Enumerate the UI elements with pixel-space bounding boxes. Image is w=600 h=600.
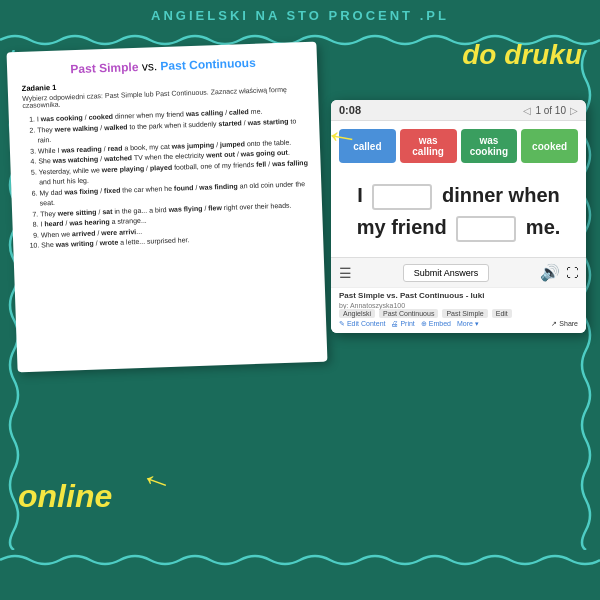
footer-tags: Angielski Past Continuous Past Simple Ed… bbox=[339, 309, 578, 318]
card-footer: Past Simple vs. Past Continuous - luki b… bbox=[331, 287, 586, 333]
tag-edit[interactable]: Edit bbox=[492, 309, 512, 318]
past-continuous-label: Past Continuous bbox=[160, 56, 256, 73]
volume-icon[interactable]: 🔊 bbox=[540, 263, 560, 282]
worksheet-title: Past Simple vs. Past Continuous bbox=[21, 54, 305, 78]
card-bottom-bar: ☰ Submit Answers 🔊 ⛶ bbox=[331, 257, 586, 287]
submit-button[interactable]: Submit Answers bbox=[403, 264, 490, 282]
online-arrow: → bbox=[134, 456, 179, 504]
exercise-dinner-when: dinner when bbox=[442, 184, 560, 206]
worksheet-paper: Past Simple vs. Past Continuous Zadanie … bbox=[7, 42, 328, 373]
squiggle-bottom-decoration bbox=[0, 550, 600, 570]
blank-box-2[interactable] bbox=[456, 216, 516, 242]
interactive-card: 0:08 ◁ 1 of 10 ▷ called was calling was … bbox=[331, 100, 586, 333]
do-druku-label: do druku bbox=[462, 40, 582, 71]
footer-by: by: Annatoszyska100 bbox=[339, 302, 578, 309]
online-label: online bbox=[18, 478, 112, 515]
card-icons-right: 🔊 ⛶ bbox=[540, 263, 578, 282]
hamburger-icon[interactable]: ☰ bbox=[339, 265, 352, 281]
prev-arrow[interactable]: ◁ bbox=[523, 105, 531, 116]
exercise-text: I dinner when my friend me. bbox=[343, 179, 574, 243]
tag-past-continuous[interactable]: Past Continuous bbox=[379, 309, 438, 318]
sentence-list: I was cooking / cooked dinner when my fr… bbox=[23, 105, 312, 251]
card-top-bar: 0:08 ◁ 1 of 10 ▷ bbox=[331, 100, 586, 121]
word-button-was-calling[interactable]: was calling bbox=[400, 129, 457, 163]
do-druku-arrow: ← bbox=[321, 112, 364, 160]
card-navigation: ◁ 1 of 10 ▷ bbox=[523, 105, 578, 116]
print-link[interactable]: 🖨 Print bbox=[391, 320, 414, 328]
edit-content-link[interactable]: ✎ Edit Content bbox=[339, 320, 385, 328]
exercise-me: me. bbox=[526, 216, 560, 238]
vs-label: vs. bbox=[142, 59, 161, 74]
exercise-i: I bbox=[357, 184, 363, 206]
site-title: ANGIELSKI NA STO PROCENT .PL bbox=[0, 0, 600, 27]
past-simple-label: Past Simple bbox=[70, 60, 138, 76]
fullscreen-icon[interactable]: ⛶ bbox=[566, 266, 578, 280]
tag-angielski[interactable]: Angielski bbox=[339, 309, 375, 318]
word-button-cooked[interactable]: cooked bbox=[521, 129, 578, 163]
footer-actions: ✎ Edit Content 🖨 Print ⊕ Embed More ▾ ↗ … bbox=[339, 320, 578, 328]
share-link[interactable]: ↗ Share bbox=[551, 320, 578, 328]
blank-box-1[interactable] bbox=[372, 184, 432, 210]
exercise-area: I dinner when my friend me. bbox=[331, 169, 586, 257]
tag-past-simple[interactable]: Past Simple bbox=[442, 309, 487, 318]
more-link[interactable]: More ▾ bbox=[457, 320, 479, 328]
embed-link[interactable]: ⊕ Embed bbox=[421, 320, 451, 328]
next-arrow[interactable]: ▷ bbox=[570, 105, 578, 116]
exercise-my-friend: my friend bbox=[357, 216, 447, 238]
progress-text: 1 of 10 bbox=[535, 105, 566, 116]
word-button-was-cooking[interactable]: was cooking bbox=[461, 129, 518, 163]
word-buttons-row: called was calling was cooking cooked bbox=[331, 121, 586, 169]
footer-title: Past Simple vs. Past Continuous - luki bbox=[339, 291, 578, 300]
